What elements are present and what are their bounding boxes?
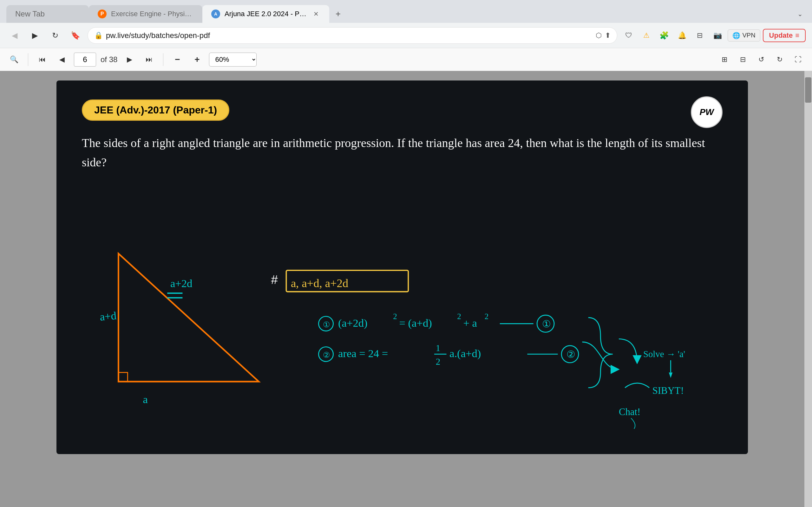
pdf-content-area[interactable]: JEE (Adv.)-2017 (Paper-1) PW The sides o… <box>0 71 804 507</box>
vpn-label: VPN <box>742 32 755 39</box>
last-page-icon: ⏭ <box>146 55 153 64</box>
update-button[interactable]: Update ≡ <box>763 29 806 42</box>
question-text: The sides of a right angled triangle are… <box>82 133 722 172</box>
tab-close-button[interactable]: ✕ <box>311 9 320 18</box>
pdf-toolbar: 🔍 ⏮ ◀ 6 of 38 ▶ ⏭ − + 50% 60% 75% 100% 1… <box>0 48 812 71</box>
next-page-icon: ▶ <box>127 55 132 64</box>
toolbar-separator-1 <box>28 53 28 66</box>
pw-logo: PW <box>691 96 722 128</box>
svg-text:①: ① <box>542 319 551 330</box>
selection-mode-icon: ⊟ <box>740 55 746 64</box>
tab-favicon-exercise: P <box>98 9 107 18</box>
shield-icon-btn[interactable]: 🛡 <box>621 28 636 43</box>
tab-exercise-engine[interactable]: P Exercise Engine - Physics Wallah <box>89 5 202 23</box>
rotate-ccw-icon: ↺ <box>758 55 764 64</box>
svg-text:Chat!: Chat! <box>619 406 641 417</box>
forward-button[interactable]: ▶ <box>27 27 43 44</box>
fullscreen-button[interactable]: ⛶ <box>791 52 806 67</box>
nav-right-tools: 🛡 ⚠ 🧩 🔔 ⊟ 📷 🌐 VPN Update ≡ <box>621 28 806 43</box>
fullscreen-icon: ⛶ <box>795 55 802 64</box>
svg-text:1: 1 <box>436 343 440 353</box>
first-page-button[interactable]: ⏮ <box>35 52 50 67</box>
extension-icon: 🧩 <box>659 31 669 40</box>
zoom-out-icon: − <box>175 55 180 65</box>
selection-tool-button[interactable]: ⊞ <box>717 52 732 67</box>
selection-mode-button[interactable]: ⊟ <box>735 52 751 67</box>
search-pdf-button[interactable]: 🔍 <box>6 52 21 67</box>
math-work-area: a+d a+2d a # a, a+d, a+2d ① (a+2d) <box>82 188 722 435</box>
svg-text:Solve → 'a': Solve → 'a' <box>643 349 685 359</box>
reload-icon: ↻ <box>52 31 58 40</box>
rotate-ccw-button[interactable]: ↺ <box>754 52 769 67</box>
menu-icon: ≡ <box>795 32 799 40</box>
svg-text:#: # <box>271 273 278 286</box>
zoom-select[interactable]: 50% 60% 75% 100% 125% 150% 200% <box>209 53 257 66</box>
tab-label: New Tab <box>15 9 45 18</box>
extension-icon-btn[interactable]: 🧩 <box>657 28 672 43</box>
svg-text:a.(a+d): a.(a+d) <box>450 347 481 360</box>
open-external-icon[interactable]: ⬡ <box>596 32 602 40</box>
tab-new-tab[interactable]: New Tab <box>6 5 89 23</box>
svg-text:a: a <box>143 393 148 405</box>
camera-icon-btn[interactable]: 📷 <box>710 28 725 43</box>
tab-favicon-arjuna: A <box>211 9 220 18</box>
prev-page-icon: ◀ <box>59 55 65 64</box>
last-page-button[interactable]: ⏭ <box>142 52 157 67</box>
toolbar-separator-2 <box>163 53 163 66</box>
bookmark-button[interactable]: 🔖 <box>67 27 84 44</box>
math-handwriting-svg: a+d a+2d a # a, a+d, a+2d ① (a+2d) <box>82 188 722 435</box>
tab-label-arjuna: Arjuna JEE 2.0 2024 - Physics... <box>224 10 307 18</box>
page-of-text: of 38 <box>101 55 117 64</box>
svg-text:2: 2 <box>393 312 397 321</box>
scroll-thumb[interactable] <box>805 77 811 103</box>
svg-text:SIBYT!: SIBYT! <box>653 385 684 396</box>
zoom-in-button[interactable]: + <box>189 52 205 67</box>
svg-text:②: ② <box>566 349 575 360</box>
svg-text:2: 2 <box>485 312 489 321</box>
navigation-bar: ◀ ▶ ↻ 🔖 🔒 pw.live/study/batches/open-pdf… <box>0 23 812 48</box>
reload-button[interactable]: ↻ <box>47 27 63 44</box>
jee-badge: JEE (Adv.)-2017 (Paper-1) <box>82 100 229 121</box>
svg-text:①: ① <box>323 320 330 329</box>
notification-icon-btn[interactable]: 🔔 <box>674 28 690 43</box>
scrollbar[interactable] <box>804 71 812 507</box>
svg-marker-0 <box>118 253 258 382</box>
svg-text:a+d: a+d <box>99 309 117 323</box>
update-label: Update <box>769 32 793 40</box>
zoom-out-button[interactable]: − <box>170 52 185 67</box>
svg-rect-1 <box>118 372 128 382</box>
svg-text:area = 24 =: area = 24 = <box>338 347 388 359</box>
bookmark-icon: 🔖 <box>71 31 80 40</box>
tab-arjuna-jee[interactable]: A Arjuna JEE 2.0 2024 - Physics... ✕ <box>202 5 329 23</box>
svg-text:+ a: + a <box>463 317 477 329</box>
share-icon[interactable]: ⬆ <box>605 32 611 40</box>
sidebar-icon-btn[interactable]: ⊟ <box>692 28 707 43</box>
tab-list-button[interactable]: ⌄ <box>791 5 809 23</box>
url-text: pw.live/study/batches/open-pdf <box>106 31 593 40</box>
search-icon: 🔍 <box>10 55 18 64</box>
browser-frame: New Tab P Exercise Engine - Physics Wall… <box>0 0 812 507</box>
svg-marker-33 <box>669 372 673 378</box>
pdf-right-tools: ⊞ ⊟ ↺ ↻ ⛶ <box>717 52 806 67</box>
rotate-cw-icon: ↻ <box>777 55 782 64</box>
forward-icon: ▶ <box>32 31 38 40</box>
vpn-badge[interactable]: 🌐 VPN <box>728 30 760 42</box>
svg-text:②: ② <box>323 351 330 359</box>
svg-text:= (a+d): = (a+d) <box>399 317 432 329</box>
back-button[interactable]: ◀ <box>6 27 23 44</box>
warning-icon-btn[interactable]: ⚠ <box>639 28 654 43</box>
rotate-cw-button[interactable]: ↻ <box>772 52 787 67</box>
new-tab-button[interactable]: + <box>329 5 347 23</box>
back-icon: ◀ <box>12 31 17 40</box>
lock-icon: 🔒 <box>94 32 103 40</box>
first-page-icon: ⏮ <box>39 55 46 64</box>
next-page-button[interactable]: ▶ <box>122 52 137 67</box>
tab-bar: New Tab P Exercise Engine - Physics Wall… <box>0 0 812 23</box>
zoom-in-icon: + <box>194 55 200 65</box>
prev-page-button[interactable]: ◀ <box>54 52 69 67</box>
page-number-input[interactable]: 6 <box>74 53 96 66</box>
svg-text:a+2d: a+2d <box>170 277 193 289</box>
svg-text:2: 2 <box>436 356 440 367</box>
address-bar[interactable]: 🔒 pw.live/study/batches/open-pdf ⬡ ⬆ <box>88 27 617 44</box>
svg-text:a, a+d, a+2d: a, a+d, a+2d <box>291 277 348 290</box>
